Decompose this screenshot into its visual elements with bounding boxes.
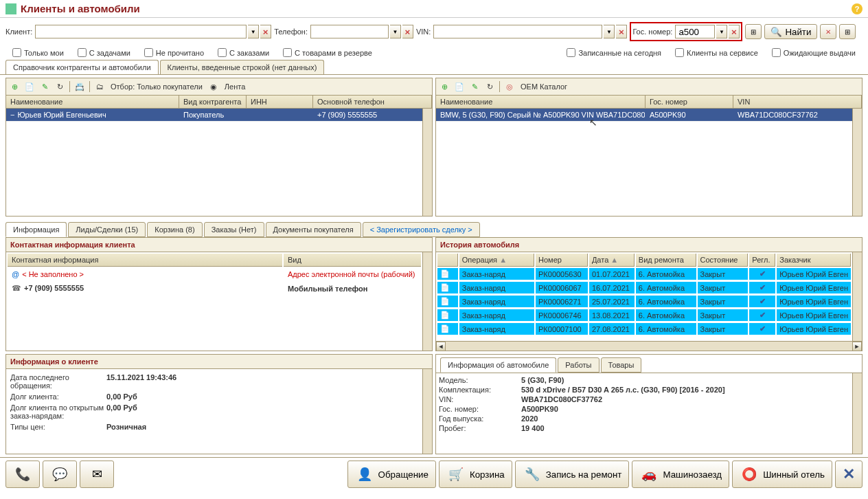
tab-documents[interactable]: Документы покупателя <box>266 222 361 237</box>
layout-icon[interactable]: ⊞ <box>839 24 856 39</box>
unread-checkbox[interactable]: Не прочитано <box>144 48 204 57</box>
lenta-icon[interactable]: ◉ <box>207 80 220 93</box>
find-button[interactable]: 🔍 Найти <box>764 24 817 39</box>
client-dropdown[interactable]: ▼ <box>248 25 259 38</box>
only-mine-checkbox[interactable]: Только мои <box>12 48 64 57</box>
col-inn[interactable]: ИНН <box>247 96 313 108</box>
gosnomer-dropdown[interactable]: ▼ <box>716 25 727 38</box>
card-icon[interactable]: 📇 <box>73 80 87 93</box>
tab-cart[interactable]: Корзина (8) <box>147 222 202 237</box>
add-icon[interactable]: ⊕ <box>437 80 451 93</box>
col-customer[interactable]: Заказчик <box>777 254 851 267</box>
appeal-button[interactable]: 👤Обращение <box>347 461 436 488</box>
tab-information[interactable]: Информация <box>5 222 67 237</box>
call-icon: 📞 <box>13 465 32 484</box>
scroll-left-icon[interactable]: ◄ <box>436 342 446 351</box>
col-contact-info[interactable]: Контактная информация <box>8 254 282 267</box>
car-entry-button[interactable]: 🚗Машинозаезд <box>632 461 729 488</box>
clear-filter-icon[interactable]: ✕ <box>820 24 836 39</box>
phone-input[interactable] <box>310 25 389 38</box>
tab-register-deal[interactable]: < Зарегистрировать сделку > <box>363 222 480 237</box>
repair-book-button[interactable]: 🔧Запись на ремонт <box>515 461 630 488</box>
col-car-name[interactable]: Наименование <box>436 96 646 108</box>
sms-button[interactable]: 💬 <box>43 461 77 488</box>
col-state[interactable]: Состояние <box>698 254 749 267</box>
tab-orders[interactable]: Заказы (Нет) <box>204 222 264 237</box>
h-scrollbar[interactable]: ◄ ► <box>436 341 862 351</box>
tab-car-info[interactable]: Информация об автомобиле <box>440 357 556 373</box>
lenta-label[interactable]: Лента <box>222 82 248 91</box>
close-button[interactable]: ✕ <box>835 461 863 488</box>
col-regl[interactable]: Регл. <box>749 254 775 267</box>
oem-icon[interactable]: ◎ <box>503 80 516 93</box>
tab-string-clients[interactable]: Клиенты, введенные строкой (нет данных) <box>160 60 325 74</box>
tire-button[interactable]: ⭕Шинный отель <box>732 461 832 488</box>
with-orders-checkbox[interactable]: С заказами <box>218 48 269 57</box>
contact-header: Контактная информация клиента <box>6 238 432 252</box>
car-row[interactable]: BMW, 5 (G30, F90) Серый № A500PK90 VIN W… <box>436 109 852 122</box>
scroll-right-icon[interactable]: ► <box>852 342 862 351</box>
scrollbar[interactable] <box>422 109 432 216</box>
history-row[interactable]: 📄Заказ-нарядРК0000674613.08.20216. Автом… <box>437 309 851 322</box>
phone-dropdown[interactable]: ▼ <box>390 25 401 38</box>
scrollbar[interactable] <box>852 373 862 454</box>
cars-grid-body[interactable]: BMW, 5 (G30, F90) Серый № A500PK90 VIN W… <box>436 109 852 216</box>
edit-icon[interactable]: ✎ <box>38 80 52 93</box>
with-reserved-checkbox[interactable]: С товарами в резерве <box>283 48 372 57</box>
settings-icon[interactable]: ⊞ <box>745 24 762 39</box>
help-icon[interactable]: ? <box>852 3 863 14</box>
scrollbar[interactable] <box>422 252 432 351</box>
gosnomer-input[interactable] <box>675 25 715 38</box>
gosnomer-clear[interactable]: × <box>729 25 740 38</box>
tab-directory[interactable]: Справочник контрагенты и автомобили <box>5 60 159 74</box>
vin-input[interactable] <box>433 25 602 38</box>
cart-button[interactable]: 🛒Корзина <box>439 461 512 488</box>
mail-button[interactable]: ✉ <box>80 461 114 488</box>
phone-clear[interactable]: × <box>402 25 413 38</box>
contact-panel: Контактная информация клиента Контактная… <box>5 237 433 351</box>
oem-catalog-button[interactable]: ОЕМ Каталог <box>518 82 570 91</box>
col-type[interactable]: Вид контрагента <box>179 96 247 108</box>
add-icon[interactable]: ⊕ <box>8 80 21 93</box>
history-row[interactable]: 📄Заказ-нарядРК0000563001.07.20216. Автом… <box>437 268 851 280</box>
with-tasks-checkbox[interactable]: С задачами <box>78 48 130 57</box>
history-row[interactable]: 📄Заказ-нарядРК0000627125.07.20216. Автом… <box>437 296 851 308</box>
col-date[interactable]: Дата ▲ <box>589 254 635 267</box>
awaiting-delivery-checkbox[interactable]: Ожидающие выдачи <box>772 48 856 57</box>
scrollbar[interactable] <box>852 252 862 341</box>
col-operation[interactable]: Операция ▲ <box>459 254 534 267</box>
contact-email-row[interactable]: @< Не заполнено > Адрес электронной почт… <box>8 268 421 280</box>
scrollbar[interactable] <box>422 369 432 454</box>
call-button[interactable]: 📞 <box>5 461 40 488</box>
col-phone[interactable]: Основной телефон <box>313 96 432 108</box>
copy-icon[interactable]: 📄 <box>453 80 466 93</box>
filter-icon[interactable]: 🗂 <box>93 80 106 93</box>
history-row[interactable]: 📄Заказ-нарядРК0000606716.07.20216. Автом… <box>437 282 851 294</box>
history-panel: История автомобиля Операция ▲ Номер Дата… <box>435 237 863 351</box>
col-repair-kind[interactable]: Вид ремонта <box>636 254 696 267</box>
client-clear[interactable]: × <box>260 25 271 38</box>
col-contact-type[interactable]: Вид <box>284 254 421 267</box>
scrollbar[interactable] <box>852 109 862 216</box>
refresh-icon[interactable]: ↻ <box>53 80 67 93</box>
edit-icon[interactable]: ✎ <box>468 80 481 93</box>
in-service-checkbox[interactable]: Клиенты на сервисе <box>675 48 758 57</box>
vin-clear[interactable]: × <box>616 25 627 38</box>
tab-works[interactable]: Работы <box>558 357 599 373</box>
col-number[interactable]: Номер <box>536 254 588 267</box>
col-gos[interactable]: Гос. номер <box>646 96 733 108</box>
sms-icon: 💬 <box>50 465 69 484</box>
tab-leads[interactable]: Лиды/Сделки (15) <box>68 222 146 237</box>
client-row[interactable]: −Юрьев Юрий Евгеньевич Покупатель +7 (90… <box>6 109 422 122</box>
refresh-icon[interactable]: ↻ <box>483 80 496 93</box>
booked-today-checkbox[interactable]: Записанные на сегодня <box>567 48 661 57</box>
contact-phone-row[interactable]: ☎+7 (909) 5555555 Мобильный телефон <box>8 282 421 295</box>
clients-grid-body[interactable]: −Юрьев Юрий Евгеньевич Покупатель +7 (90… <box>6 109 422 216</box>
tab-goods[interactable]: Товары <box>601 357 642 373</box>
col-name[interactable]: Наименование <box>6 96 179 108</box>
vin-dropdown[interactable]: ▼ <box>604 25 615 38</box>
client-input[interactable] <box>35 25 247 38</box>
copy-icon[interactable]: 📄 <box>23 80 36 93</box>
history-row[interactable]: 📄Заказ-нарядРК0000710027.08.20216. Автом… <box>437 323 851 335</box>
col-vin[interactable]: VIN <box>733 96 862 108</box>
